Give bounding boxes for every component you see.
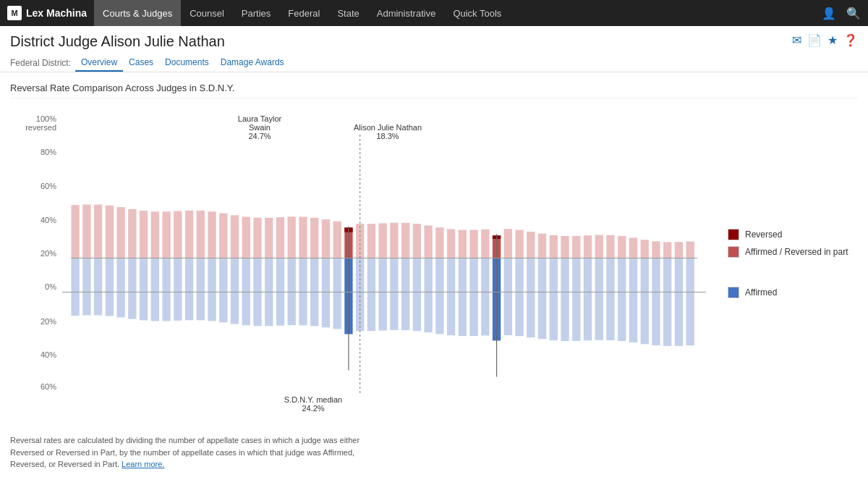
footer-note: Reversal rates are calculated by dividin… [0, 429, 376, 476]
header-actions: ✉ 📄 ★ ❓ [792, 33, 858, 47]
svg-rect-38 [276, 217, 284, 258]
nav-courts-judges[interactable]: Courts & Judges [94, 0, 181, 26]
svg-rect-104 [629, 237, 637, 258]
legend-affirmed-reversed-part: Affirmed / Reversed in part [728, 246, 858, 258]
svg-rect-70 [447, 229, 455, 258]
tab-documents[interactable]: Documents [159, 54, 215, 72]
logo-icon: M [7, 6, 22, 20]
nav-counsel[interactable]: Counsel [181, 0, 233, 26]
email-icon[interactable]: ✉ [792, 33, 801, 47]
svg-rect-68 [435, 227, 443, 258]
star-icon[interactable]: ★ [827, 33, 838, 47]
tab-damage-awards[interactable]: Damage Awards [215, 54, 290, 72]
svg-rect-84 [515, 230, 523, 258]
svg-rect-57 [367, 258, 375, 332]
svg-rect-99 [595, 258, 603, 340]
svg-rect-92 [561, 236, 569, 258]
svg-rect-47 [322, 258, 330, 328]
chart-legend: Reversed Affirmed / Reversed in part Aff… [728, 113, 858, 417]
svg-rect-30 [231, 215, 239, 258]
svg-rect-8 [106, 206, 114, 258]
svg-rect-18 [162, 211, 170, 258]
svg-rect-56 [367, 224, 375, 258]
y-label-60b: 60% [41, 382, 56, 391]
legend-affirmed: Affirmed [728, 287, 858, 298]
svg-rect-98 [595, 235, 603, 258]
svg-rect-105 [629, 258, 637, 343]
nav-user-icons: 👤 🔍 [822, 7, 861, 20]
svg-rect-100 [606, 235, 614, 258]
svg-rect-44 [310, 218, 318, 258]
header-row: District Judge Alison Julie Nathan ✉ 📄 ★… [10, 33, 858, 54]
svg-rect-23 [185, 258, 193, 321]
svg-rect-114 [686, 242, 694, 258]
legend-reversed: Reversed [728, 229, 858, 240]
svg-rect-85 [515, 258, 523, 337]
svg-rect-21 [174, 258, 182, 321]
svg-rect-111 [663, 258, 671, 346]
download-icon[interactable]: 📄 [807, 33, 822, 47]
svg-rect-75 [469, 258, 477, 337]
help-icon[interactable]: ❓ [843, 33, 858, 47]
svg-rect-13 [128, 258, 136, 319]
svg-rect-65 [413, 258, 421, 332]
svg-rect-83 [504, 258, 512, 336]
svg-rect-61 [390, 258, 398, 331]
svg-rect-3 [71, 258, 79, 316]
svg-rect-66 [424, 226, 432, 258]
y-label-20b: 20% [41, 317, 56, 326]
nav-federal[interactable]: Federal [279, 0, 328, 26]
svg-rect-7 [94, 258, 102, 316]
svg-rect-42 [299, 216, 307, 258]
svg-rect-88 [538, 234, 546, 258]
tab-cases[interactable]: Cases [123, 54, 159, 72]
svg-rect-17 [151, 258, 159, 321]
learn-more-link[interactable]: Learn more. [122, 460, 164, 468]
svg-rect-59 [378, 258, 386, 331]
svg-rect-28 [219, 214, 227, 258]
svg-rect-24 [197, 211, 205, 258]
svg-rect-90 [550, 235, 558, 258]
chart-inner: 100% reversed 80% 60% 40% 20% 0% 20% 40%… [10, 113, 858, 417]
chart-container: 100% reversed 80% 60% 40% 20% 0% 20% 40%… [10, 106, 858, 424]
svg-rect-115 [686, 258, 694, 346]
svg-rect-91 [550, 258, 558, 341]
svg-rect-26 [208, 211, 216, 258]
svg-rect-15 [140, 258, 148, 321]
svg-rect-77 [481, 258, 489, 336]
nav-quick-tools[interactable]: Quick Tools [444, 0, 510, 26]
page-title: District Judge Alison Julie Nathan [10, 33, 225, 50]
nav-administrative[interactable]: Administrative [368, 0, 445, 26]
svg-rect-14 [140, 211, 148, 258]
svg-rect-76 [481, 229, 489, 258]
navigation: M Lex Machina Courts & Judges Counsel Pa… [0, 0, 868, 26]
chart-area: 100% reversed 80% 60% 40% 20% 0% 20% 40%… [10, 113, 706, 417]
svg-rect-36 [265, 218, 273, 258]
svg-rect-113 [675, 258, 683, 346]
svg-rect-4 [82, 204, 90, 258]
y-label-40: 40% [41, 216, 56, 224]
svg-rect-40 [288, 216, 296, 258]
svg-rect-103 [618, 258, 626, 342]
svg-rect-2 [71, 205, 79, 258]
svg-rect-93 [561, 258, 569, 342]
legend-swatch-reversed [728, 229, 739, 240]
user-icon[interactable]: 👤 [822, 7, 836, 20]
svg-rect-62 [401, 223, 409, 258]
y-label-80: 80% [41, 148, 56, 156]
page-tabs: Federal District: Overview Cases Documen… [10, 54, 858, 72]
svg-rect-22 [185, 211, 193, 258]
svg-rect-29 [219, 258, 227, 323]
svg-rect-95 [572, 258, 580, 341]
svg-rect-60 [390, 223, 398, 258]
search-icon[interactable]: 🔍 [846, 7, 861, 20]
svg-rect-73 [459, 258, 467, 337]
svg-rect-16 [151, 211, 159, 258]
svg-rect-63 [401, 258, 409, 331]
nav-parties[interactable]: Parties [233, 0, 279, 26]
nav-state[interactable]: State [328, 0, 367, 26]
y-label-40b: 40% [41, 350, 56, 359]
svg-rect-109 [652, 258, 660, 346]
app-logo[interactable]: M Lex Machina [7, 6, 87, 20]
tab-overview[interactable]: Overview [75, 54, 123, 72]
